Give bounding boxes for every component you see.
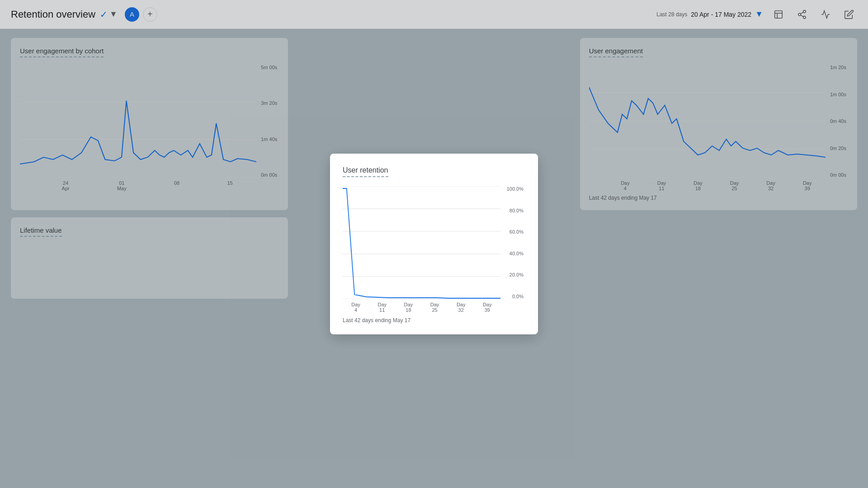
modal-title: User retention [343,166,388,177]
retention-x-axis: Day4 Day11 Day18 Day25 Day32 Day39 [343,302,500,313]
modal-overlay[interactable]: User retention 100.0% 80.0% 60.0% 40.0% … [0,0,868,488]
retention-y-axis: 100.0% 80.0% 60.0% 40.0% 20.0% 0.0% [500,186,525,299]
retention-chart-area: 100.0% 80.0% 60.0% 40.0% 20.0% 0.0% [343,186,525,313]
user-retention-modal: User retention 100.0% 80.0% 60.0% 40.0% … [330,154,538,334]
retention-chart-svg [343,186,500,299]
modal-footer: Last 42 days ending May 17 [343,317,525,324]
